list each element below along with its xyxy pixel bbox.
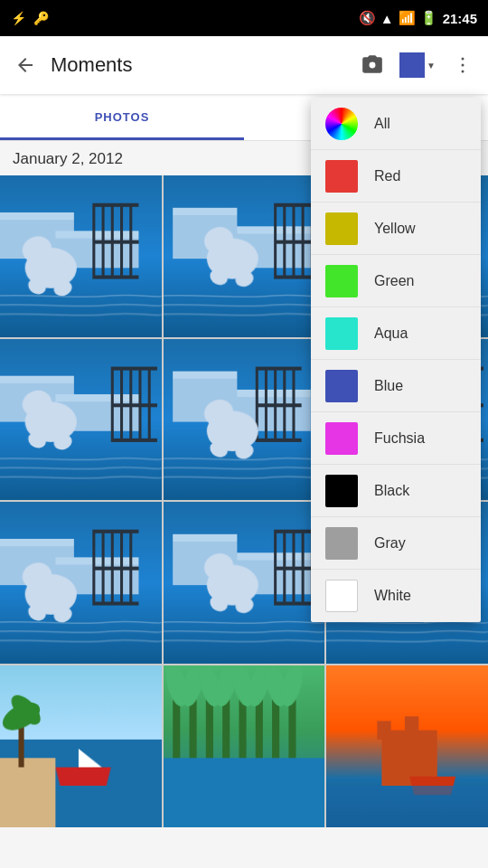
color-filter-button[interactable]: ▼	[394, 49, 441, 81]
mute-icon: 🔇	[359, 10, 376, 26]
photo-cell[interactable]	[164, 339, 325, 501]
color-box-white-item	[325, 580, 358, 612]
color-label-red-item: Red	[374, 168, 400, 184]
battery-icon: 🔋	[420, 10, 437, 26]
color-label-aqua-item: Aqua	[374, 326, 408, 342]
white-item[interactable]: White	[311, 570, 481, 622]
signal-icon: 📶	[399, 10, 416, 26]
color-box-green-item	[325, 265, 358, 297]
photo-cell[interactable]	[164, 502, 325, 664]
color-box-black-item	[325, 475, 358, 507]
color-label-yellow-item: Yellow	[374, 221, 416, 237]
red-item[interactable]: Red	[311, 150, 481, 203]
photo-cell[interactable]	[164, 665, 325, 827]
color-box-aqua-item	[325, 317, 358, 350]
photo-cell[interactable]	[0, 665, 162, 827]
svg-point-2	[462, 71, 465, 73]
back-button[interactable]	[7, 47, 43, 83]
photo-cell[interactable]	[0, 175, 162, 337]
gray-item[interactable]: Gray	[311, 517, 481, 570]
tab-photos[interactable]: PHOTOS	[0, 94, 244, 140]
color-box-blue-item	[325, 370, 358, 402]
color-box-gray-item	[325, 527, 358, 560]
photo-cell[interactable]	[0, 339, 162, 501]
wifi-icon: ▲	[380, 11, 394, 26]
chevron-down-icon: ▼	[427, 61, 436, 71]
aqua-item[interactable]: Aqua	[311, 307, 481, 360]
camera-button[interactable]	[354, 47, 390, 83]
color-label-white-item: White	[374, 588, 411, 604]
status-bar: ⚡ 🔑 🔇 ▲ 📶 🔋 21:45	[0, 0, 488, 36]
color-box-yellow-item	[325, 212, 358, 245]
key-icon: 🔑	[33, 11, 49, 25]
color-swatch	[399, 52, 425, 78]
green-item[interactable]: Green	[311, 255, 481, 307]
top-bar: Moments ▼	[0, 36, 488, 94]
blue-item[interactable]: Blue	[311, 360, 481, 412]
svg-point-1	[462, 64, 465, 67]
color-label-black-item: Black	[374, 483, 409, 499]
black-item[interactable]: Black	[311, 465, 481, 517]
color-label-green-item: Green	[374, 273, 414, 289]
color-label-all-item: All	[374, 116, 390, 132]
svg-point-0	[462, 58, 465, 61]
color-dropdown: AllRedYellowGreenAquaBlueFuchsiaBlackGra…	[311, 98, 481, 622]
clock: 21:45	[443, 11, 477, 26]
color-box-fuchsia-item	[325, 422, 358, 455]
photo-cell[interactable]	[0, 502, 162, 664]
color-label-gray-item: Gray	[374, 535, 406, 552]
all-item[interactable]: All	[311, 98, 481, 150]
color-box-all-item	[325, 108, 358, 140]
page-title: Moments	[51, 53, 347, 77]
photo-cell[interactable]	[164, 175, 325, 337]
usb-icon: ⚡	[11, 11, 26, 25]
fuchsia-item[interactable]: Fuchsia	[311, 412, 481, 465]
yellow-item[interactable]: Yellow	[311, 203, 481, 255]
photo-cell[interactable]	[326, 665, 488, 827]
color-box-red-item	[325, 160, 358, 193]
more-options-button[interactable]	[445, 47, 481, 83]
color-label-blue-item: Blue	[374, 378, 403, 394]
color-label-fuchsia-item: Fuchsia	[374, 430, 425, 447]
